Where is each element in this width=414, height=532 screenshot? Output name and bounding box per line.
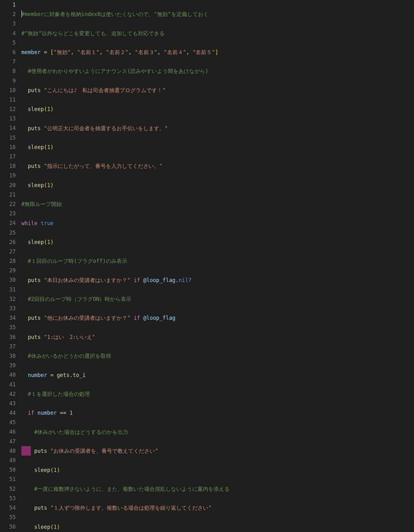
line-number: 45 — [3, 418, 16, 427]
code-line[interactable]: sleep(1) — [21, 142, 411, 152]
code-line[interactable]: #無限ループ開始 — [21, 199, 411, 209]
const: true — [37, 220, 53, 226]
line-number: 31 — [3, 285, 16, 294]
func: puts — [28, 163, 41, 169]
code-line[interactable]: #2回目のループ時（フラグON）時から表示 — [21, 294, 411, 304]
code-line[interactable]: puts "公明正大に司会者を抽選するお手伝いをします。" — [21, 124, 411, 133]
comment: #一度に複数押さないように、また、複数いた場合混乱しないように案内を添える — [34, 486, 230, 492]
line-number: 55 — [3, 513, 16, 522]
number: 1 — [70, 410, 73, 416]
line-number: 17 — [3, 152, 16, 161]
code-line[interactable]: sleep(1) — [21, 104, 411, 114]
code-line[interactable]: sleep(1) — [21, 237, 411, 247]
comment: #2回目のループ時（フラグON）時から表示 — [28, 296, 131, 302]
code-area[interactable]: #memberに対象者を格納index0は使いたくないので、"無効"を定義してお… — [21, 0, 414, 532]
code-line[interactable]: puts "1:はい 2:いいえ" — [21, 332, 411, 342]
code-line[interactable]: number = gets.to_i — [21, 370, 411, 380]
func: puts — [28, 277, 41, 283]
code-line[interactable]: #一度に複数押さないように、また、複数いた場合混乱しないように案内を添える — [21, 484, 411, 494]
punc: , — [71, 49, 77, 55]
code-line[interactable]: #１回目のループ時(フラグoff)のみ表示 — [21, 256, 411, 266]
number: 1 — [47, 144, 50, 150]
line-number-gutter: 1 2 3 4 5 6 7 8 9 10 11 12 13 14 15 16 1… — [0, 0, 21, 532]
code-line[interactable]: member = ["無効", "名前１", "名前２", "名前３", "名前… — [21, 47, 411, 57]
line-number: 35 — [3, 323, 16, 332]
comment: #memberに対象者を格納index0は使いたくないので、"無効"を定義してお… — [21, 11, 209, 17]
code-line[interactable]: #休みがいるかどうかの選択を取得 — [21, 351, 411, 361]
code-line[interactable]: sleep(1) — [21, 180, 411, 190]
paren: ) — [50, 239, 53, 245]
func: puts — [34, 505, 47, 511]
line-number: 40 — [3, 370, 16, 380]
line-number: 33 — [3, 304, 16, 313]
code-line[interactable]: sleep(1) — [21, 465, 411, 475]
string: "お休みの受講者を、番号で教えてください" — [47, 448, 158, 454]
comment: #休みがいるかどうかの選択を取得 — [28, 353, 111, 359]
code-line[interactable]: while true — [21, 219, 411, 228]
line-number: 49 — [3, 456, 16, 465]
line-number: 14 — [3, 123, 16, 133]
punc: , — [186, 49, 193, 55]
variable: @loop_flag — [140, 315, 176, 321]
code-line[interactable]: puts "お休みの受講者を、番号で教えてください" — [21, 446, 411, 456]
func: sleep — [28, 144, 44, 150]
line-number: 21 — [3, 190, 16, 199]
line-number: 13 — [3, 114, 16, 123]
line-number: 23 — [3, 209, 16, 218]
code-line[interactable]: puts "指示にしたがって、番号を入力してください。" — [21, 161, 411, 171]
code-editor[interactable]: 1 2 3 4 5 6 7 8 9 10 11 12 13 14 15 16 1… — [0, 0, 414, 532]
punc: , — [128, 49, 135, 55]
line-number: 48 — [3, 446, 16, 456]
code-line[interactable]: sleep(1) — [21, 522, 411, 532]
string: "名前５" — [193, 49, 215, 55]
line-number: 27 — [3, 247, 16, 256]
code-line[interactable]: #使用者がわかりやすいようにアナウンス(読みやすいよう間をあけながら) — [21, 66, 411, 76]
code-line[interactable]: #"無効"以外ならどこを変更しても、追加しても対応できる — [21, 29, 411, 38]
comment: #"無効"以外ならどこを変更しても、追加しても対応できる — [21, 30, 165, 36]
code-line[interactable]: #休みがいた場合はどうするのかを出力 — [21, 427, 411, 437]
paren: ( — [44, 106, 47, 112]
line-number: 3 — [3, 19, 16, 28]
line-number: 32 — [3, 294, 16, 304]
line-number: 56 — [3, 522, 16, 531]
line-number: 4 — [3, 29, 16, 38]
operator: == — [57, 410, 70, 416]
line-number: 28 — [3, 256, 16, 266]
identifier: number — [34, 410, 57, 416]
line-number: 15 — [3, 133, 16, 142]
keyword: if — [133, 277, 140, 283]
func: to_i — [73, 372, 86, 378]
code-line[interactable]: #memberに対象者を格納index0は使いたくないので、"無効"を定義してお… — [21, 9, 411, 19]
code-line[interactable]: puts "他にお休みの受講者はいますか？" if @loop_flag — [21, 313, 411, 323]
line-number: 26 — [3, 237, 16, 247]
line-number: 25 — [3, 228, 16, 237]
string: "こんにちは♪ 私は司会者抽選プログラムです！" — [41, 87, 166, 93]
operator: = — [47, 372, 57, 378]
line-number: 10 — [3, 86, 16, 95]
paren: ( — [44, 239, 47, 245]
line-number: 36 — [3, 332, 16, 342]
number: 1 — [47, 106, 50, 112]
line-number: 8 — [3, 66, 16, 76]
code-line[interactable]: #１を選択した場合の処理 — [21, 389, 411, 399]
punc: , — [157, 49, 164, 55]
number: 1 — [53, 524, 57, 530]
line-number: 53 — [3, 494, 16, 503]
paren: ) — [50, 144, 53, 150]
punc: . — [70, 372, 73, 378]
code-line[interactable]: puts "１人ずつ除外します。複数いる場合は処理を繰り返してください" — [21, 503, 411, 513]
line-number: 42 — [3, 389, 16, 399]
code-line[interactable]: puts "こんにちは♪ 私は司会者抽選プログラムです！" — [21, 86, 411, 95]
line-number: 1 — [3, 0, 16, 9]
line-number: 7 — [3, 57, 16, 66]
code-line[interactable]: puts "本日お休みの受講者はいますか？" if @loop_flag.nil… — [21, 275, 411, 285]
number: 1 — [53, 467, 57, 473]
paren: ( — [44, 182, 47, 188]
line-number: 2 — [3, 9, 16, 19]
string: "名前４" — [164, 49, 186, 55]
code-line[interactable]: if number == 1 — [21, 408, 411, 418]
paren: ) — [50, 182, 53, 188]
func: gets — [57, 372, 70, 378]
string: "名前１" — [77, 49, 99, 55]
line-number: 44 — [3, 408, 16, 418]
